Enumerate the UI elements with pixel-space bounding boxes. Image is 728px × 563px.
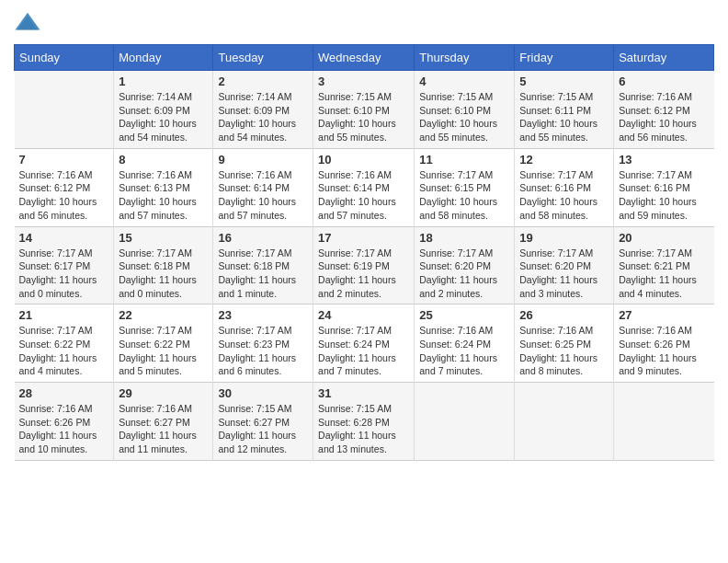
header-wednesday: Wednesday (313, 45, 415, 71)
calendar-week-4: 21Sunrise: 7:17 AM Sunset: 6:22 PM Dayli… (15, 304, 714, 383)
day-info: Sunrise: 7:17 AM Sunset: 6:22 PM Dayligh… (119, 324, 208, 378)
header-tuesday: Tuesday (213, 45, 313, 71)
calendar-cell: 4Sunrise: 7:15 AM Sunset: 6:10 PM Daylig… (415, 71, 515, 149)
calendar-cell: 3Sunrise: 7:15 AM Sunset: 6:10 PM Daylig… (313, 71, 415, 149)
calendar-cell: 17Sunrise: 7:17 AM Sunset: 6:19 PM Dayli… (313, 226, 415, 304)
calendar-cell: 15Sunrise: 7:17 AM Sunset: 6:18 PM Dayli… (114, 226, 213, 304)
calendar-cell: 13Sunrise: 7:17 AM Sunset: 6:16 PM Dayli… (614, 148, 714, 226)
calendar-header-row: SundayMondayTuesdayWednesdayThursdayFrid… (15, 45, 714, 71)
day-number: 9 (218, 153, 308, 167)
calendar-cell: 20Sunrise: 7:17 AM Sunset: 6:21 PM Dayli… (614, 226, 714, 304)
day-info: Sunrise: 7:14 AM Sunset: 6:09 PM Dayligh… (218, 90, 308, 144)
calendar-cell: 18Sunrise: 7:17 AM Sunset: 6:20 PM Dayli… (415, 226, 515, 304)
calendar-cell: 9Sunrise: 7:16 AM Sunset: 6:14 PM Daylig… (213, 148, 313, 226)
calendar-week-5: 28Sunrise: 7:16 AM Sunset: 6:26 PM Dayli… (15, 383, 714, 461)
day-number: 28 (19, 386, 109, 400)
day-info: Sunrise: 7:17 AM Sunset: 6:16 PM Dayligh… (619, 168, 709, 223)
header-monday: Monday (114, 45, 213, 71)
logo (14, 9, 45, 37)
day-info: Sunrise: 7:16 AM Sunset: 6:12 PM Dayligh… (619, 90, 709, 144)
calendar-cell: 22Sunrise: 7:17 AM Sunset: 6:22 PM Dayli… (114, 304, 213, 383)
day-number: 31 (318, 386, 409, 400)
calendar-cell: 23Sunrise: 7:17 AM Sunset: 6:23 PM Dayli… (213, 304, 313, 383)
calendar-cell: 19Sunrise: 7:17 AM Sunset: 6:20 PM Dayli… (515, 226, 614, 304)
day-info: Sunrise: 7:16 AM Sunset: 6:25 PM Dayligh… (519, 324, 609, 378)
calendar-cell: 25Sunrise: 7:16 AM Sunset: 6:24 PM Dayli… (415, 304, 515, 383)
calendar-cell (15, 71, 114, 149)
day-number: 14 (19, 231, 109, 245)
day-number: 7 (19, 153, 109, 167)
day-info: Sunrise: 7:14 AM Sunset: 6:09 PM Dayligh… (119, 90, 208, 144)
day-info: Sunrise: 7:15 AM Sunset: 6:27 PM Dayligh… (218, 402, 308, 456)
calendar-cell: 30Sunrise: 7:15 AM Sunset: 6:27 PM Dayli… (213, 383, 313, 461)
calendar-cell (415, 383, 515, 461)
calendar-cell: 14Sunrise: 7:17 AM Sunset: 6:17 PM Dayli… (15, 226, 114, 304)
calendar-cell: 10Sunrise: 7:16 AM Sunset: 6:14 PM Dayli… (313, 148, 415, 226)
day-info: Sunrise: 7:17 AM Sunset: 6:20 PM Dayligh… (419, 247, 509, 301)
calendar-cell: 11Sunrise: 7:17 AM Sunset: 6:15 PM Dayli… (415, 148, 515, 226)
day-info: Sunrise: 7:15 AM Sunset: 6:10 PM Dayligh… (318, 90, 409, 144)
day-number: 23 (218, 308, 308, 322)
day-number: 30 (218, 386, 308, 400)
day-number: 16 (218, 231, 308, 245)
day-info: Sunrise: 7:16 AM Sunset: 6:26 PM Dayligh… (619, 324, 709, 378)
day-info: Sunrise: 7:15 AM Sunset: 6:28 PM Dayligh… (318, 402, 409, 456)
calendar-cell (614, 383, 714, 461)
calendar-cell: 1Sunrise: 7:14 AM Sunset: 6:09 PM Daylig… (114, 71, 213, 149)
calendar-week-3: 14Sunrise: 7:17 AM Sunset: 6:17 PM Dayli… (15, 226, 714, 304)
calendar-cell: 26Sunrise: 7:16 AM Sunset: 6:25 PM Dayli… (515, 304, 614, 383)
day-number: 26 (519, 308, 609, 322)
day-number: 3 (318, 75, 409, 88)
day-info: Sunrise: 7:17 AM Sunset: 6:17 PM Dayligh… (19, 247, 109, 301)
day-number: 24 (318, 308, 409, 322)
header-thursday: Thursday (415, 45, 515, 71)
calendar-cell: 7Sunrise: 7:16 AM Sunset: 6:12 PM Daylig… (15, 148, 114, 226)
day-number: 19 (519, 231, 609, 245)
day-info: Sunrise: 7:17 AM Sunset: 6:20 PM Dayligh… (519, 247, 609, 301)
day-number: 21 (19, 308, 109, 322)
calendar-cell: 6Sunrise: 7:16 AM Sunset: 6:12 PM Daylig… (614, 71, 714, 149)
day-number: 18 (419, 231, 509, 245)
day-number: 10 (318, 153, 409, 167)
page-header (14, 9, 714, 37)
day-number: 12 (519, 153, 609, 167)
day-info: Sunrise: 7:17 AM Sunset: 6:21 PM Dayligh… (619, 247, 709, 301)
calendar-cell: 29Sunrise: 7:16 AM Sunset: 6:27 PM Dayli… (114, 383, 213, 461)
header-saturday: Saturday (614, 45, 714, 71)
day-number: 8 (119, 153, 208, 167)
day-info: Sunrise: 7:17 AM Sunset: 6:16 PM Dayligh… (519, 168, 609, 223)
calendar-week-1: 1Sunrise: 7:14 AM Sunset: 6:09 PM Daylig… (15, 71, 714, 149)
day-number: 25 (419, 308, 509, 322)
day-number: 2 (218, 75, 308, 88)
day-info: Sunrise: 7:17 AM Sunset: 6:23 PM Dayligh… (218, 324, 308, 378)
day-info: Sunrise: 7:17 AM Sunset: 6:18 PM Dayligh… (119, 247, 208, 301)
day-number: 15 (119, 231, 208, 245)
calendar-cell: 12Sunrise: 7:17 AM Sunset: 6:16 PM Dayli… (515, 148, 614, 226)
day-info: Sunrise: 7:17 AM Sunset: 6:24 PM Dayligh… (318, 324, 409, 378)
day-number: 11 (419, 153, 509, 167)
day-info: Sunrise: 7:15 AM Sunset: 6:10 PM Dayligh… (419, 90, 509, 144)
day-info: Sunrise: 7:17 AM Sunset: 6:22 PM Dayligh… (19, 324, 109, 378)
calendar-cell: 21Sunrise: 7:17 AM Sunset: 6:22 PM Dayli… (15, 304, 114, 383)
header-sunday: Sunday (15, 45, 114, 71)
calendar-week-2: 7Sunrise: 7:16 AM Sunset: 6:12 PM Daylig… (15, 148, 714, 226)
calendar-cell: 8Sunrise: 7:16 AM Sunset: 6:13 PM Daylig… (114, 148, 213, 226)
day-info: Sunrise: 7:17 AM Sunset: 6:19 PM Dayligh… (318, 247, 409, 301)
calendar-table: SundayMondayTuesdayWednesdayThursdayFrid… (14, 44, 714, 461)
calendar-cell: 31Sunrise: 7:15 AM Sunset: 6:28 PM Dayli… (313, 383, 415, 461)
calendar-cell: 27Sunrise: 7:16 AM Sunset: 6:26 PM Dayli… (614, 304, 714, 383)
day-number: 17 (318, 231, 409, 245)
day-info: Sunrise: 7:17 AM Sunset: 6:18 PM Dayligh… (218, 247, 308, 301)
day-info: Sunrise: 7:15 AM Sunset: 6:11 PM Dayligh… (519, 90, 609, 144)
day-info: Sunrise: 7:16 AM Sunset: 6:26 PM Dayligh… (19, 402, 109, 456)
day-number: 27 (619, 308, 709, 322)
calendar-cell: 5Sunrise: 7:15 AM Sunset: 6:11 PM Daylig… (515, 71, 614, 149)
calendar-cell (515, 383, 614, 461)
day-info: Sunrise: 7:16 AM Sunset: 6:14 PM Dayligh… (318, 168, 409, 223)
day-number: 6 (619, 75, 709, 88)
day-number: 22 (119, 308, 208, 322)
day-info: Sunrise: 7:16 AM Sunset: 6:14 PM Dayligh… (218, 168, 308, 223)
day-info: Sunrise: 7:16 AM Sunset: 6:27 PM Dayligh… (119, 402, 208, 456)
day-number: 20 (619, 231, 709, 245)
day-number: 13 (619, 153, 709, 167)
